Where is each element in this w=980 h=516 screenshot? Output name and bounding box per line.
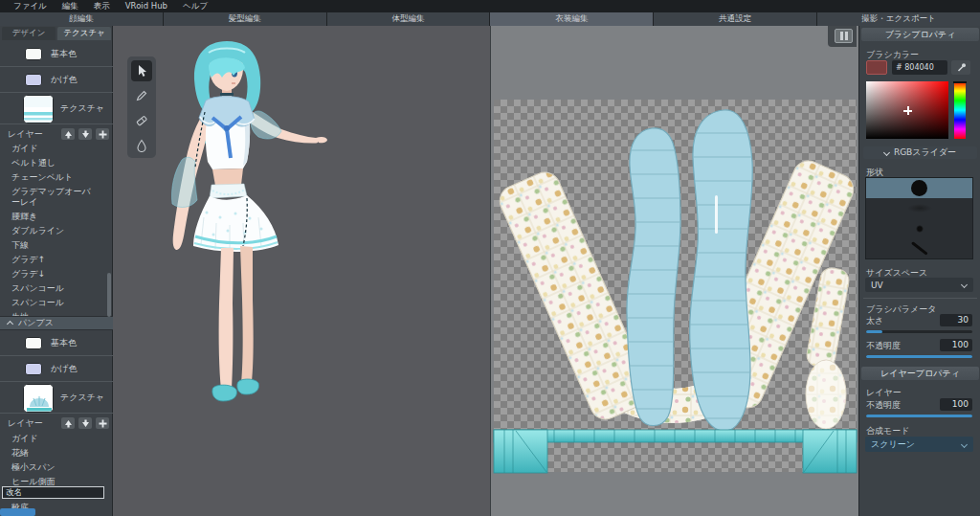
layer-opacity-value[interactable]: 100: [940, 398, 972, 411]
layer-header: レイヤー: [0, 126, 113, 142]
tab-body-edit[interactable]: 体型編集: [327, 12, 490, 26]
uv-trim[interactable]: [494, 430, 857, 473]
blend-mode-select[interactable]: スクリーン: [865, 437, 973, 452]
menu-help[interactable]: ヘルプ: [175, 0, 215, 12]
hue-marker[interactable]: [953, 81, 967, 83]
size-space-select[interactable]: UV: [865, 278, 973, 292]
brush-shape-circle[interactable]: [866, 178, 972, 198]
layer-item[interactable]: スパンコール: [0, 281, 100, 296]
section-title: パンプス: [18, 317, 54, 329]
shade-color-swatch[interactable]: [25, 74, 42, 86]
model-viewport[interactable]: [113, 26, 490, 516]
eyedropper-button[interactable]: [951, 60, 970, 75]
brush-shape-dot[interactable]: [866, 218, 972, 238]
pumps-texture-label: テクスチャ: [60, 392, 104, 404]
layer-item[interactable]: グラデ↑: [0, 253, 100, 267]
texture-thumbnail-pumps[interactable]: [23, 384, 54, 413]
section-header-pumps[interactable]: パンプス: [0, 316, 113, 330]
texture-thumbnail-skirt[interactable]: [23, 95, 54, 123]
uv-view-toggle-button[interactable]: [835, 29, 853, 43]
uv-sole-right[interactable]: [687, 110, 757, 431]
layer-item[interactable]: 極小スパン: [0, 460, 100, 475]
eraser-icon: [135, 114, 148, 127]
pen-tool[interactable]: [131, 85, 152, 106]
base-color-row[interactable]: 基本色: [0, 42, 113, 67]
menu-edit[interactable]: 編集: [55, 0, 86, 12]
layer-item[interactable]: ガイド: [0, 432, 100, 446]
layer-properties-header: レイヤープロパティ: [861, 367, 979, 380]
shade-color-label: かげ色: [51, 74, 77, 86]
layer-item[interactable]: チェーンベルト: [0, 170, 100, 185]
texture-row[interactable]: テクスチャ: [0, 94, 113, 124]
layer-up-button[interactable]: [61, 417, 75, 429]
layer-item[interactable]: ダブルライン: [0, 224, 100, 238]
layer-item[interactable]: 下線: [0, 238, 100, 253]
pumps-shade-color-label: かげ色: [51, 363, 77, 375]
pumps-shade-color-swatch[interactable]: [25, 363, 42, 375]
columns-icon: [840, 32, 843, 40]
layer-up-button[interactable]: [61, 128, 75, 140]
blur-tool[interactable]: [131, 135, 152, 156]
color-cursor[interactable]: [903, 106, 912, 115]
brush-shape-soft[interactable]: [866, 198, 972, 218]
brush-opacity-slider[interactable]: [866, 355, 972, 358]
brush-properties-title: ブラシプロパティ: [885, 29, 956, 41]
brush-color-hex-input[interactable]: # 804040: [892, 60, 947, 75]
layer-item[interactable]: スパンコール: [0, 296, 100, 310]
layer-down-button[interactable]: [78, 417, 92, 429]
tab-hair-edit[interactable]: 髪型編集: [164, 12, 326, 26]
menu-vroid-hub[interactable]: VRoid Hub: [118, 0, 175, 12]
tool-palette: [127, 56, 156, 158]
hue-slider[interactable]: [954, 81, 966, 139]
layer-add-button[interactable]: [96, 128, 109, 140]
thickness-label: 太さ: [866, 315, 883, 327]
saturation-value-picker[interactable]: [866, 81, 948, 139]
menu-view[interactable]: 表示: [86, 0, 118, 12]
sidebar-tab-texture[interactable]: テクスチャ: [57, 27, 111, 40]
uv-texture[interactable]: [491, 26, 859, 516]
character-model[interactable]: [113, 26, 490, 516]
layer-item[interactable]: グラデマップオーバーレイ: [0, 185, 100, 210]
droplet-icon: [135, 139, 148, 152]
layer-opacity-slider[interactable]: [866, 415, 972, 417]
layer-down-button[interactable]: [78, 128, 92, 140]
base-color-label: 基本色: [51, 48, 77, 60]
rgb-slider-label: RGBスライダー: [894, 146, 956, 159]
menu-file[interactable]: ファイル: [6, 0, 55, 12]
selected-item-partial[interactable]: [0, 508, 35, 516]
chevron-down-icon: [883, 149, 890, 156]
layer-add-button[interactable]: [96, 417, 109, 429]
layer-rename-input[interactable]: [2, 486, 104, 499]
layer-item[interactable]: グラデ↓: [0, 267, 100, 281]
thickness-value[interactable]: 30: [940, 314, 972, 326]
sidebar-scrollbar[interactable]: [107, 273, 111, 317]
tab-face-edit[interactable]: 顔編集: [0, 12, 163, 26]
layer-item[interactable]: ガイド: [0, 142, 100, 156]
base-color-swatch[interactable]: [25, 48, 42, 60]
brush-opacity-value[interactable]: 100: [940, 339, 972, 351]
layer-item[interactable]: 花緒: [0, 446, 100, 460]
pumps-base-color-swatch[interactable]: [25, 337, 42, 349]
cursor-icon: [135, 64, 148, 78]
uv-sole-left[interactable]: [625, 128, 687, 426]
pumps-shade-color-row[interactable]: かげ色: [0, 357, 113, 382]
pumps-texture-row[interactable]: テクスチャ: [0, 383, 113, 414]
sidebar-tab-design[interactable]: デザイン: [2, 27, 56, 40]
select-tool[interactable]: [131, 60, 152, 81]
size-space-value: UV: [871, 280, 883, 290]
brush-shape-stroke[interactable]: [866, 238, 972, 258]
brush-color-swatch[interactable]: [866, 60, 887, 75]
tab-photo-export[interactable]: 撮影・エクスポート: [817, 12, 980, 26]
eraser-tool[interactable]: [131, 110, 152, 131]
chevron-up-icon: [7, 321, 13, 327]
rgb-slider-expander[interactable]: RGBスライダー: [863, 146, 977, 159]
thickness-slider[interactable]: [866, 330, 972, 333]
layer-item[interactable]: ベルト通し: [0, 156, 100, 170]
shade-color-row[interactable]: かげ色: [0, 68, 113, 93]
tab-costume-edit[interactable]: 衣装編集: [490, 12, 653, 26]
tab-common-settings[interactable]: 共通設定: [654, 12, 816, 26]
pen-icon: [135, 89, 148, 102]
layer-item[interactable]: 腰輝き: [0, 210, 100, 224]
pumps-base-color-row[interactable]: 基本色: [0, 331, 113, 356]
pumps-base-color-label: 基本色: [51, 337, 77, 349]
